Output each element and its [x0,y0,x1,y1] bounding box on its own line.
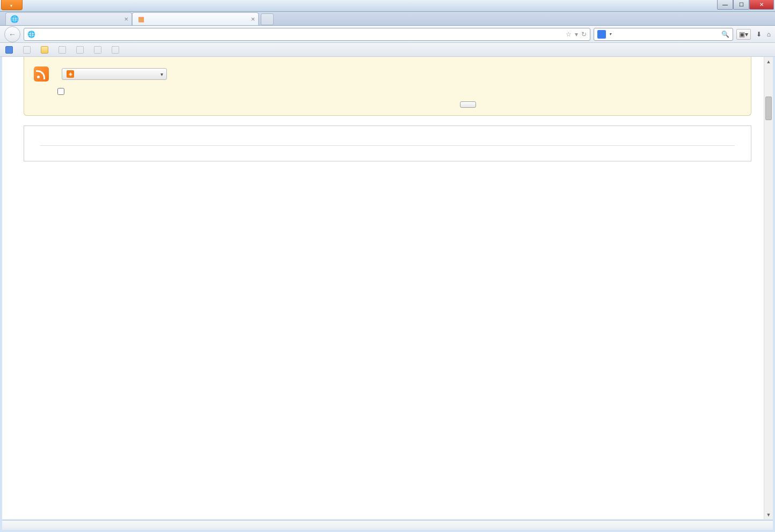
content-viewport: ◈ ▲ ▼ [2,57,773,519]
url-bar[interactable]: 🌐 ☆ ▾ ↻ [24,28,590,41]
bookmark-most-visited[interactable] [5,46,16,54]
page-icon [59,46,66,54]
tab-test-mobilpunkt[interactable]: ▦ × [132,12,259,25]
bookmark-tidbank[interactable] [76,46,86,54]
firefox-menu-button[interactable] [1,0,23,10]
feed-reader-select[interactable]: ◈ [62,68,167,80]
search-icon[interactable]: 🔍 [721,31,729,38]
status-bar [2,520,773,530]
rss-small-icon: ◈ [67,70,74,78]
subscribe-panel: ◈ [24,57,751,116]
history-dropdown-icon[interactable]: ▾ [575,31,578,38]
window-titlebar: — ☐ ✕ [0,0,775,12]
bookmark-ogc-portal[interactable] [112,46,122,54]
folder-icon [41,46,48,54]
vertical-scrollbar[interactable]: ▲ ▼ [764,57,773,519]
maximize-button[interactable]: ☐ [733,0,749,10]
search-box[interactable]: ▾ 🔍 [594,28,733,41]
navigation-bar: ← 🌐 ☆ ▾ ↻ ▾ 🔍 ▣▾ ⬇ ⌂ [0,26,775,43]
scroll-up-icon[interactable]: ▲ [764,57,773,66]
new-tab-button[interactable] [261,13,274,25]
bookmark-reiseregningen[interactable] [94,46,104,54]
window-controls: — ☐ ✕ [717,0,774,10]
close-button[interactable]: ✕ [749,0,774,10]
feed-content [24,125,751,161]
url-actions: ☆ ▾ ↻ [566,31,587,38]
tab-close-icon[interactable]: × [251,15,255,23]
bookmark-menu-button[interactable]: ▣▾ [736,29,751,40]
home-button[interactable]: ⌂ [767,31,771,38]
globe-icon: 🌐 [27,31,35,38]
always-use-row[interactable] [57,88,69,95]
reload-button[interactable]: ↻ [581,31,587,38]
tab-strip: 🌐 × ▦ × [0,12,775,26]
page-icon [76,46,84,54]
tab-close-icon[interactable]: × [124,15,128,23]
tab-geoserver[interactable]: 🌐 × [5,12,132,25]
page-icon [94,46,101,54]
globe-icon: 🌐 [10,15,19,24]
minimize-button[interactable]: — [717,0,733,10]
always-use-checkbox[interactable] [57,88,64,95]
bookmark-star-icon[interactable]: ☆ [566,31,572,38]
bookmarks-toolbar [0,43,775,57]
downloads-button[interactable]: ⬇ [756,31,762,38]
feed-title [40,142,735,146]
scroll-down-icon[interactable]: ▼ [764,510,773,519]
back-button[interactable]: ← [4,26,20,42]
page-icon [5,46,13,54]
page-icon [112,46,119,54]
bookmark-importert[interactable] [41,46,51,54]
google-icon [597,30,606,39]
bookmark-tidbrukslister[interactable] [59,46,69,54]
rss-icon: ▦ [137,15,145,24]
scroll-thumb[interactable] [765,97,772,120]
rss-icon [34,66,49,82]
bookmark-getting-started[interactable] [23,46,33,54]
page-icon [23,46,31,54]
subscribe-now-button[interactable] [460,101,476,108]
toolbar-extra: ▣▾ ⬇ ⌂ [736,29,771,40]
